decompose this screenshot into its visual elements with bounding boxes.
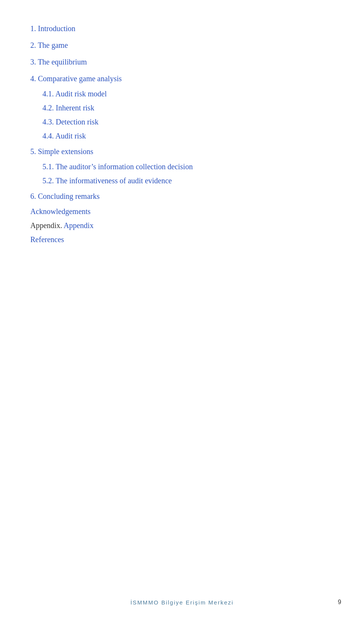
toc-appendix-prefix: Appendix. xyxy=(30,221,62,230)
toc-label-4: Comparative game analysis xyxy=(38,74,122,83)
toc-item-4-3: 4.3. Detection risk xyxy=(42,118,334,126)
toc-appendix-link[interactable]: Appendix xyxy=(64,221,94,230)
toc-label-1: Introduction xyxy=(38,24,75,33)
toc-number-4-3: 4.3. xyxy=(42,118,56,126)
toc-label-5: Simple extensions xyxy=(38,147,93,156)
toc-number-2: 2. xyxy=(30,41,38,49)
toc-references: References xyxy=(30,235,334,244)
toc-number-5: 5. xyxy=(30,147,38,156)
page-number: 9 xyxy=(338,599,341,606)
toc-link-4-1[interactable]: 4.1. Audit risk model xyxy=(42,90,107,98)
toc-item-5: 5. Simple extensions xyxy=(30,146,334,157)
toc-item-5-2: 5.2. The informativeness of audit eviden… xyxy=(42,176,334,185)
toc-item-1: 1. Introduction xyxy=(30,23,334,34)
toc-link-2[interactable]: 2. The game xyxy=(30,41,68,49)
toc-acknowledgements-label: Acknowledgements xyxy=(30,207,91,216)
toc-acknowledgements: Acknowledgements xyxy=(30,207,334,216)
toc-number-5-1: 5.1. xyxy=(42,162,56,171)
toc-item-4: 4. Comparative game analysis xyxy=(30,73,334,84)
toc-number-4: 4. xyxy=(30,74,38,83)
toc-item-6: 6. Concluding remarks xyxy=(30,190,334,202)
toc-item-3: 3. The equilibrium xyxy=(30,56,334,68)
toc-appendix: Appendix. Appendix xyxy=(30,221,334,230)
toc-link-5-2[interactable]: 5.2. The informativeness of audit eviden… xyxy=(42,176,172,185)
toc-link-4-4[interactable]: 4.4. Audit risk xyxy=(42,132,86,140)
toc-number-6: 6. xyxy=(30,192,38,200)
footer-text: İSMMMO Bilgiye Erişim Merkezi xyxy=(130,599,234,606)
toc-label-2: The game xyxy=(38,41,68,49)
toc-number-4-2: 4.2. xyxy=(42,104,56,112)
toc-label-6: Concluding remarks xyxy=(38,192,100,200)
toc-number-4-4: 4.4. xyxy=(42,132,55,140)
toc-label-4-4: Audit risk xyxy=(55,132,86,140)
toc-number-1: 1. xyxy=(30,24,38,33)
footer: İSMMMO Bilgiye Erişim Merkezi xyxy=(0,599,364,606)
toc-item-5-1: 5.1. The auditor’s information collectio… xyxy=(42,162,334,171)
toc-link-6[interactable]: 6. Concluding remarks xyxy=(30,192,100,200)
toc-link-5-1[interactable]: 5.1. The auditor’s information collectio… xyxy=(42,162,193,171)
toc-label-5-2: The informativeness of audit evidence xyxy=(56,176,172,185)
toc-link-4-3[interactable]: 4.3. Detection risk xyxy=(42,118,99,126)
toc-references-label: References xyxy=(30,235,64,244)
toc-item-4-1: 4.1. Audit risk model xyxy=(42,90,334,98)
toc-link-4-2[interactable]: 4.2. Inherent risk xyxy=(42,104,94,112)
toc-acknowledgements-link[interactable]: Acknowledgements xyxy=(30,207,91,216)
toc-number-4-1: 4.1. xyxy=(42,90,55,98)
toc-references-link[interactable]: References xyxy=(30,235,64,244)
toc-link-5[interactable]: 5. Simple extensions xyxy=(30,147,93,156)
toc-link-3[interactable]: 3. The equilibrium xyxy=(30,58,87,66)
toc-label-4-3: Detection risk xyxy=(56,118,99,126)
toc-label-5-1: The auditor’s information collection dec… xyxy=(56,162,193,171)
table-of-contents: 1. Introduction 2. The game 3. The equil… xyxy=(30,23,334,202)
toc-label-3: The equilibrium xyxy=(38,58,87,66)
toc-item-4-2: 4.2. Inherent risk xyxy=(42,104,334,112)
toc-label-4-2: Inherent risk xyxy=(56,104,94,112)
toc-item-2: 2. The game xyxy=(30,39,334,51)
toc-number-5-2: 5.2. xyxy=(42,176,56,185)
toc-appendix-label: Appendix xyxy=(64,221,94,230)
toc-label-4-1: Audit risk model xyxy=(55,90,107,98)
toc-link-1[interactable]: 1. Introduction xyxy=(30,24,75,33)
toc-link-4[interactable]: 4. Comparative game analysis xyxy=(30,74,122,83)
toc-item-4-4: 4.4. Audit risk xyxy=(42,132,334,140)
toc-number-3: 3. xyxy=(30,58,38,66)
